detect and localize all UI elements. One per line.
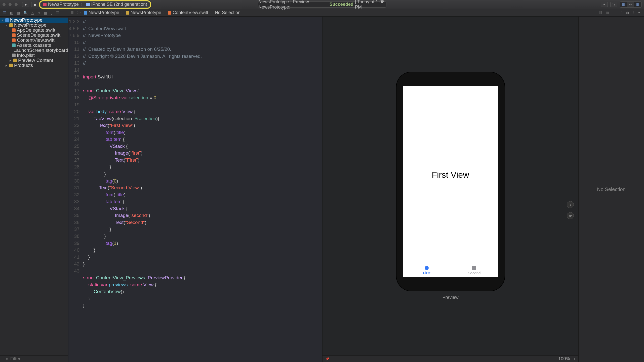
tree-group-label: NewsPrototype <box>14 22 47 28</box>
preview-tabbar: First Second <box>403 264 498 277</box>
preview-tab-first-label: First <box>423 271 430 275</box>
file-label: AppDelegate.swift <box>17 27 55 33</box>
tree-file[interactable]: LaunchScreen.storyboard <box>0 48 68 53</box>
filter-input[interactable] <box>10 356 69 361</box>
canvas-footer: 📌 − 100% + <box>323 355 578 362</box>
zoom-out-button[interactable]: − <box>553 357 555 361</box>
preview-tab-first[interactable]: First <box>403 264 451 277</box>
history-inspector-tab[interactable]: ◑ <box>626 11 629 15</box>
minimize-window-button[interactable] <box>9 3 12 6</box>
file-label: ContentView.swift <box>17 37 55 43</box>
device-screen[interactable]: First View First Second <box>403 86 498 277</box>
show-inspector-toggle[interactable]: ☰ <box>634 2 641 7</box>
add-button[interactable]: + <box>601 2 608 7</box>
file-label: SceneDelegate.swift <box>17 32 60 38</box>
disclosure-triangle-icon[interactable]: ▼ <box>2 19 4 22</box>
crumb-3[interactable]: No Selection <box>215 10 240 15</box>
preview-on-device-button[interactable]: ⟳ <box>567 212 574 219</box>
symbol-navigator-tab[interactable]: ▤ <box>17 11 20 15</box>
file-tree[interactable]: ▼ NewsPrototype ▼ NewsPrototype AppDeleg… <box>0 17 68 355</box>
crumb-2[interactable]: ContentView.swift <box>173 10 208 15</box>
editor-options: ☷ ▥ ▯ ◑ ? ✦ <box>599 11 644 15</box>
live-preview-button[interactable]: ▷ <box>567 201 574 208</box>
issue-navigator-tab[interactable]: △ <box>31 11 34 15</box>
test-navigator-tab[interactable]: ◇ <box>37 11 40 15</box>
zoom-window-button[interactable] <box>15 3 18 6</box>
preview-tab-second-label: Second <box>468 271 481 275</box>
preview-tab-second[interactable]: Second <box>451 264 498 277</box>
square-fill-icon <box>472 266 476 270</box>
show-navigator-toggle[interactable]: ☰ <box>620 2 627 7</box>
related-items-icon[interactable]: ☰ <box>71 11 74 15</box>
inspector-empty: No Selection <box>579 17 644 362</box>
preview-main-text: First View <box>432 170 469 180</box>
inspector-empty-text: No Selection <box>597 187 625 192</box>
crumb-1[interactable]: NewsPrototype <box>131 10 161 15</box>
tree-file[interactable]: AppDelegate.swift <box>0 28 68 33</box>
folder-icon <box>9 64 13 67</box>
project-icon <box>5 18 9 22</box>
activity-viewer[interactable]: NewsPrototype | Preview NewsPrototype: S… <box>258 2 386 8</box>
circle-fill-icon <box>425 266 429 270</box>
help-inspector-tab[interactable]: ? <box>632 11 634 15</box>
file-label: Assets.xcassets <box>17 42 51 48</box>
project-navigator-tab[interactable]: ☰ <box>3 11 6 15</box>
inspector-panel: No Selection <box>579 17 644 362</box>
line-gutter: 1 2 3 4 5 6 7 8 9 10 11 12 13 14 15 16 1… <box>68 17 82 362</box>
nav-back-button[interactable]: 〈 <box>75 11 78 15</box>
swift-file-icon <box>12 33 16 37</box>
tree-root-label: NewsPrototype <box>10 17 43 23</box>
tree-group[interactable]: ▼ NewsPrototype <box>0 23 68 28</box>
attributes-inspector-tab[interactable]: ✦ <box>638 11 640 15</box>
code-editor[interactable]: 1 2 3 4 5 6 7 8 9 10 11 12 13 14 15 16 1… <box>68 17 323 362</box>
canvas-inner[interactable]: First View First Second <box>323 17 578 355</box>
run-button[interactable]: ▶ <box>22 2 29 7</box>
find-navigator-tab[interactable]: 🔍 <box>23 11 28 15</box>
zoom-level[interactable]: 100% <box>558 356 570 361</box>
library-button[interactable]: ⇆ <box>610 2 617 7</box>
crumb-0[interactable]: NewsPrototype <box>89 10 119 15</box>
tree-file[interactable]: Info.plist <box>0 53 68 58</box>
navigator-footer: + ⊚ ◔ ▢ <box>0 355 68 362</box>
preview-canvas: First View First Second <box>323 17 579 362</box>
file-label: LaunchScreen.storyboard <box>13 48 68 53</box>
filter-icon: ⊚ <box>6 357 8 361</box>
code-content[interactable]: // // ContentView.swift // NewsPrototype… <box>82 17 322 362</box>
main-area: ▼ NewsPrototype ▼ NewsPrototype AppDeleg… <box>0 17 644 362</box>
report-navigator-tab[interactable]: ☲ <box>56 11 59 15</box>
tree-file[interactable]: SceneDelegate.swift <box>0 33 68 38</box>
chevron-right-icon: 〉 <box>210 11 214 15</box>
breakpoint-navigator-tab[interactable]: ▯ <box>51 11 53 15</box>
disclosure-triangle-icon[interactable]: ▶ <box>6 64 8 67</box>
minimap-toggle-icon[interactable]: ☷ <box>599 11 602 15</box>
breadcrumb[interactable]: NewsPrototype 〉 NewsPrototype 〉 ContentV… <box>84 10 240 15</box>
nav-forward-button[interactable]: 〉 <box>79 11 82 15</box>
tree-file[interactable]: ContentView.swift <box>0 38 68 43</box>
toolbar-right-group: + ⇆ ☰ ▭ ☰ <box>601 2 641 8</box>
tree-root[interactable]: ▼ NewsPrototype <box>0 18 68 23</box>
folder-icon <box>9 23 13 27</box>
file-inspector-tab[interactable]: ▯ <box>621 11 623 15</box>
source-control-navigator-tab[interactable]: ◧ <box>10 11 13 15</box>
disclosure-triangle-icon[interactable]: ▶ <box>10 59 12 62</box>
show-debug-toggle[interactable]: ▭ <box>627 2 634 7</box>
debug-navigator-tab[interactable]: ▦ <box>44 11 47 15</box>
tree-group[interactable]: ▶Products <box>0 63 68 68</box>
disclosure-triangle-icon[interactable]: ▼ <box>6 24 8 27</box>
tree-label: Preview Content <box>18 58 53 63</box>
pin-preview-button[interactable]: 📌 <box>326 357 329 361</box>
project-icon <box>84 11 87 15</box>
stop-button[interactable]: ◼ <box>31 2 38 7</box>
close-window-button[interactable] <box>3 3 6 6</box>
scheme-selector[interactable]: NewsPrototype 〉 iPhone SE (2nd generatio… <box>40 2 150 8</box>
adjust-editor-icon[interactable]: ▥ <box>606 11 609 15</box>
add-file-button[interactable]: + <box>2 357 4 361</box>
chevron-right-icon: 〉 <box>120 11 125 15</box>
assets-icon <box>12 43 16 47</box>
file-label: Info.plist <box>17 53 35 58</box>
tree-group[interactable]: ▶Preview Content <box>0 58 68 63</box>
project-navigator: ▼ NewsPrototype ▼ NewsPrototype AppDeleg… <box>0 17 68 362</box>
scheme-app-name: NewsPrototype <box>48 2 79 7</box>
tree-file[interactable]: Assets.xcassets <box>0 43 68 48</box>
zoom-in-button[interactable]: + <box>573 357 575 361</box>
